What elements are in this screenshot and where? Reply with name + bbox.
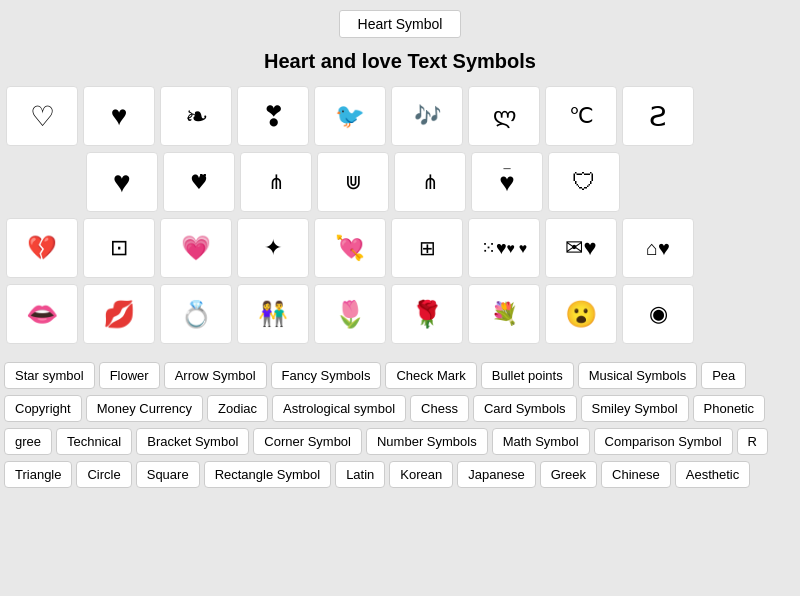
nav-tag-chess[interactable]: Chess	[410, 395, 469, 422]
symbol-card[interactable]: ⌂♥	[622, 218, 694, 278]
symbol-card[interactable]: ⁙♥♥ ♥	[468, 218, 540, 278]
nav-tag-greek[interactable]: Greek	[540, 461, 597, 488]
nav-tag-triangle[interactable]: Triangle	[4, 461, 72, 488]
symbol-card[interactable]: ❣	[237, 86, 309, 146]
symbol-card[interactable]: ლ	[468, 86, 540, 146]
symbol-card[interactable]: ⋔	[394, 152, 466, 212]
nav-row-2: Copyright Money Currency Zodiac Astrolog…	[0, 392, 800, 425]
nav-tag-smiley-symbol[interactable]: Smiley Symbol	[581, 395, 689, 422]
nav-tag-flower[interactable]: Flower	[99, 362, 160, 389]
symbol-card[interactable]: ♥	[86, 152, 158, 212]
symbol-card[interactable]: ♡	[6, 86, 78, 146]
symbol-card[interactable]: ℃	[545, 86, 617, 146]
nav-tag-circle[interactable]: Circle	[76, 461, 131, 488]
symbol-card[interactable]: ✉♥	[545, 218, 617, 278]
heart-symbol-button[interactable]: Heart Symbol	[339, 10, 462, 38]
nav-tag-square[interactable]: Square	[136, 461, 200, 488]
symbols-area: ♡ ♥ ❧ ❣ 🐦 🎶 ლ ℃ Ƨ ♥ ♥̈ ⋔ ⋓ ⋔ ♥─ 🛡 💔 ⊡ 💗 …	[0, 83, 800, 355]
nav-tag-check-mark[interactable]: Check Mark	[385, 362, 476, 389]
symbol-card[interactable]: 💔	[6, 218, 78, 278]
nav-tag-bullet-points[interactable]: Bullet points	[481, 362, 574, 389]
symbol-card[interactable]: 💋	[83, 284, 155, 344]
symbol-card[interactable]: ♥	[83, 86, 155, 146]
nav-tag-aesthetic[interactable]: Aesthetic	[675, 461, 750, 488]
nav-tag-degree[interactable]: gree	[4, 428, 52, 455]
symbol-card[interactable]: ✦	[237, 218, 309, 278]
symbol-card[interactable]: ⊞	[391, 218, 463, 278]
symbol-card[interactable]: Ƨ	[622, 86, 694, 146]
symbol-card[interactable]: 🎶	[391, 86, 463, 146]
symbol-card[interactable]: 💐	[468, 284, 540, 344]
nav-tag-math-symbol[interactable]: Math Symbol	[492, 428, 590, 455]
nav-tag-korean[interactable]: Korean	[389, 461, 453, 488]
nav-tag-technical[interactable]: Technical	[56, 428, 132, 455]
nav-tag-chinese[interactable]: Chinese	[601, 461, 671, 488]
symbol-row-2: ♥ ♥̈ ⋔ ⋓ ⋔ ♥─ 🛡	[80, 149, 800, 215]
symbol-row-4: 👄 💋 💍 👫 🌷 🌹 💐 😮 ◉	[0, 281, 800, 347]
nav-tag-bracket-symbol[interactable]: Bracket Symbol	[136, 428, 249, 455]
nav-tag-r[interactable]: R	[737, 428, 768, 455]
symbol-card[interactable]: ◉	[622, 284, 694, 344]
nav-tag-astrological-symbol[interactable]: Astrological symbol	[272, 395, 406, 422]
symbol-card[interactable]: 💗	[160, 218, 232, 278]
nav-tag-card-symbols[interactable]: Card Symbols	[473, 395, 577, 422]
nav-tag-phonetic[interactable]: Phonetic	[693, 395, 766, 422]
nav-tag-rectangle-symbol[interactable]: Rectangle Symbol	[204, 461, 332, 488]
symbol-card[interactable]: 👄	[6, 284, 78, 344]
nav-tag-pea[interactable]: Pea	[701, 362, 746, 389]
symbol-card[interactable]: 💍	[160, 284, 232, 344]
symbol-card[interactable]: 😮	[545, 284, 617, 344]
symbol-card[interactable]: 🐦	[314, 86, 386, 146]
nav-tag-comparison-symbol[interactable]: Comparison Symbol	[594, 428, 733, 455]
symbol-card[interactable]: ⋔	[240, 152, 312, 212]
symbol-card[interactable]: 🛡	[548, 152, 620, 212]
symbol-card[interactable]: 👫	[237, 284, 309, 344]
nav-row-4: Triangle Circle Square Rectangle Symbol …	[0, 458, 800, 491]
symbol-card[interactable]: ⋓	[317, 152, 389, 212]
symbol-card[interactable]: 🌷	[314, 284, 386, 344]
nav-tag-zodiac[interactable]: Zodiac	[207, 395, 268, 422]
nav-tag-arrow-symbol[interactable]: Arrow Symbol	[164, 362, 267, 389]
symbol-card[interactable]: 💘	[314, 218, 386, 278]
nav-tag-copyright[interactable]: Copyright	[4, 395, 82, 422]
nav-row-1: Star symbol Flower Arrow Symbol Fancy Sy…	[0, 359, 800, 392]
symbol-card[interactable]: 🌹	[391, 284, 463, 344]
symbol-card[interactable]: ♥̈	[163, 152, 235, 212]
nav-tag-latin[interactable]: Latin	[335, 461, 385, 488]
nav-tag-musical-symbols[interactable]: Musical Symbols	[578, 362, 698, 389]
nav-tags: Star symbol Flower Arrow Symbol Fancy Sy…	[0, 355, 800, 491]
nav-tag-fancy-symbols[interactable]: Fancy Symbols	[271, 362, 382, 389]
nav-tag-number-symbols[interactable]: Number Symbols	[366, 428, 488, 455]
symbol-card[interactable]: ⊡	[83, 218, 155, 278]
nav-row-3: gree Technical Bracket Symbol Corner Sym…	[0, 425, 800, 458]
nav-tag-japanese[interactable]: Japanese	[457, 461, 535, 488]
symbol-row-3: 💔 ⊡ 💗 ✦ 💘 ⊞ ⁙♥♥ ♥ ✉♥ ⌂♥	[0, 215, 800, 281]
nav-tag-money-currency[interactable]: Money Currency	[86, 395, 203, 422]
nav-tag-star-symbol[interactable]: Star symbol	[4, 362, 95, 389]
symbol-card[interactable]: ♥─	[471, 152, 543, 212]
nav-tag-corner-symbol[interactable]: Corner Symbol	[253, 428, 362, 455]
symbol-card[interactable]: ❧	[160, 86, 232, 146]
symbol-row-1: ♡ ♥ ❧ ❣ 🐦 🎶 ლ ℃ Ƨ	[0, 83, 800, 149]
page-title: Heart and love Text Symbols	[0, 44, 800, 83]
